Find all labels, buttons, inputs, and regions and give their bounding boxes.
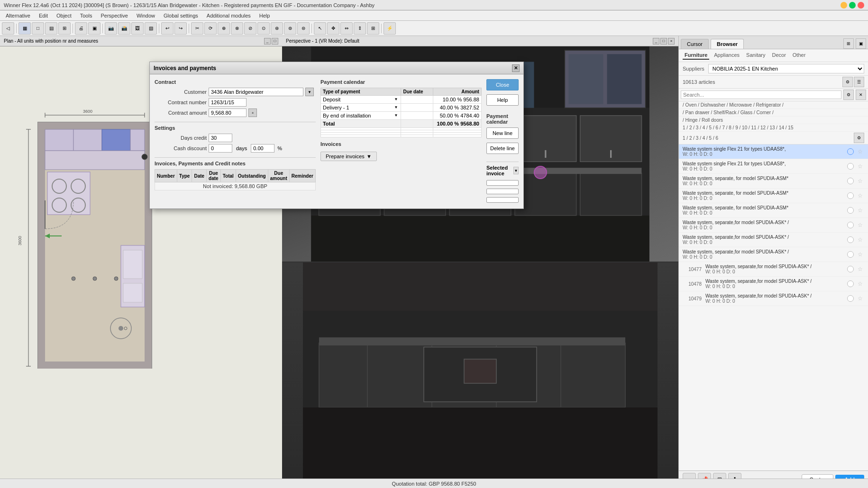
days-credit-label: Days credit: [155, 135, 207, 141]
pay-type-1[interactable]: Delivery - 1 ▼: [320, 104, 401, 112]
payment-cal-right-text: Payment calendar: [486, 113, 508, 125]
pay-type-0[interactable]: Deposit ▼: [320, 96, 401, 104]
contract-amount-plus-btn[interactable]: +: [248, 108, 257, 117]
contract-label: Contract: [155, 79, 316, 85]
sel-invoice-btn2[interactable]: [486, 189, 519, 194]
pay-type-select-1[interactable]: Delivery - 1: [323, 105, 399, 110]
col-outstanding: Outstanding: [236, 170, 268, 182]
not-invoiced-text: Not invoiced: 9,568.80 GBP: [155, 182, 316, 190]
invoice-table: Number Type Date Due date Total Outstand…: [155, 169, 316, 190]
selected-invoice-chevron[interactable]: ▼: [513, 167, 519, 174]
dialog-title-text: Invoices and payments: [154, 65, 216, 72]
delete-line-btn[interactable]: Delete line: [486, 143, 519, 154]
payment-table: Type of payment Due date Amount: [320, 88, 482, 137]
payment-cal-right-label: Payment calendar: [486, 113, 519, 125]
dialog-right-buttons: Close Help Payment calendar New line Del…: [486, 79, 519, 204]
customer-row: Customer ▼: [155, 88, 316, 96]
sel-invoice-btn1[interactable]: [486, 180, 519, 186]
days-credit-row: Days credit: [155, 134, 316, 142]
contract-number-input[interactable]: [209, 98, 247, 107]
pay-col-type: Type of payment: [320, 88, 401, 96]
pay-duedate-1: [401, 104, 433, 112]
cash-discount-input[interactable]: [209, 144, 232, 153]
dialog-close-btn[interactable]: ✕: [512, 64, 520, 72]
pay-pct-total: 100.00: [437, 121, 453, 127]
col-number: Number: [155, 170, 177, 182]
pay-row-0: Deposit ▼ 10.00 % 956.88: [320, 96, 481, 104]
contract-number-label: Contract number: [155, 99, 207, 105]
pay-amount-2: 50.00 % 4784.40: [433, 112, 482, 120]
pay-row-empty-4: [320, 135, 481, 137]
pay-row-2: By end of installation ▼ 50.00 % 4784.40: [320, 112, 481, 120]
pay-pct-1: 40.00: [440, 105, 453, 110]
pay-type-select-2[interactable]: By end of installation: [323, 113, 399, 118]
pay-row-1: Delivery - 1 ▼ 40.00 % 3827.52: [320, 104, 481, 112]
invoices-prepare-section: Invoices Prepare invoices ▼: [320, 141, 482, 161]
days-credit-input[interactable]: [209, 134, 232, 142]
cash-discount-row: Cash discount days %: [155, 144, 316, 153]
invoices-payments-label: Invoices, Payments and Credit notes: [155, 161, 316, 166]
payment-table-container: Type of payment Due date Amount: [320, 88, 482, 137]
contract-amount-row: Contract amount +: [155, 108, 316, 117]
days-label: days: [236, 145, 247, 151]
contract-amount-label: Contract amount: [155, 110, 207, 116]
prepare-chevron: ▼: [366, 154, 372, 159]
pay-amount-0: 10.00 % 956.88: [433, 96, 482, 104]
customer-select-btn[interactable]: ▼: [305, 88, 314, 96]
pay-sym-total: %: [454, 121, 459, 127]
pay-type-select-0[interactable]: Deposit: [323, 97, 399, 102]
customer-label: Customer: [155, 89, 207, 95]
col-total: Total: [220, 170, 236, 182]
col-date: Date: [192, 170, 207, 182]
pct-symbol: %: [277, 145, 282, 151]
dialog-left: Contract Customer ▼ Contract number Cont…: [155, 79, 316, 204]
sel-invoice-btn3[interactable]: [486, 197, 519, 203]
pay-type-2[interactable]: By end of installation ▼: [320, 112, 401, 120]
help-btn[interactable]: Help: [486, 94, 519, 106]
pay-pct-2: 50.00: [440, 113, 453, 118]
contract-number-row: Contract number: [155, 98, 316, 107]
payment-section: Payment calendar Type of payment Due dat…: [320, 79, 482, 204]
pay-col-amount: Amount: [433, 88, 482, 96]
selected-invoice-header: Selected invoice ▼: [486, 165, 519, 176]
contract-amount-input[interactable]: [209, 108, 247, 117]
invoices-dialog: Invoices and payments ✕ Contract Custome…: [149, 62, 524, 209]
pay-amount-total: 100.00 % 9568.80: [433, 120, 482, 128]
dialog-overlay: Invoices and payments ✕ Contract Custome…: [0, 0, 868, 488]
settings-label: Settings: [155, 125, 316, 131]
pay-sym-2: %: [454, 113, 459, 118]
dialog-title-bar: Invoices and payments ✕: [150, 62, 523, 74]
settings-section: Settings Days credit Cash discount days …: [155, 122, 316, 153]
invoices-payments-section: Invoices, Payments and Credit notes Numb…: [155, 157, 316, 190]
prepare-invoices-label: Prepare invoices: [326, 154, 365, 159]
percent-input[interactable]: [251, 144, 274, 153]
pay-pct-0: 10.00: [443, 97, 456, 102]
pay-type-total: Total: [320, 120, 401, 128]
col-type: Type: [177, 170, 192, 182]
pay-duedate-2: [401, 112, 433, 120]
col-reminder: Reminder: [289, 170, 315, 182]
pay-col-due-date: Due date: [401, 88, 433, 96]
contract-section: Contract Customer ▼ Contract number Cont…: [155, 79, 316, 117]
col-due-amount: Due amount: [268, 170, 289, 182]
pay-duedate-total: [401, 120, 433, 128]
not-invoiced-row: Not invoiced: 9,568.80 GBP: [155, 182, 316, 190]
pay-row-total: Total 100.00 % 9568.80: [320, 120, 481, 128]
invoices-header-row: Invoices: [320, 141, 482, 150]
invoices-label: Invoices: [320, 141, 341, 147]
pay-val-total: 9568.80: [460, 121, 479, 127]
col-due-date: Due date: [207, 170, 221, 182]
pay-sym-1: %: [454, 105, 459, 110]
pay-duedate-0: [401, 96, 433, 104]
dialog-body: Contract Customer ▼ Contract number Cont…: [150, 74, 523, 208]
customer-input[interactable]: [209, 88, 303, 96]
close-btn[interactable]: Close: [486, 79, 519, 90]
pay-val-0: 956.88: [463, 97, 479, 102]
selected-invoice-label: Selected invoice: [486, 165, 513, 176]
prepare-invoices-btn[interactable]: Prepare invoices ▼: [320, 152, 377, 161]
pay-sym-0: %: [457, 97, 462, 102]
cash-discount-label: Cash discount: [155, 145, 207, 151]
pay-val-2: 4784.40: [460, 113, 479, 118]
new-line-btn[interactable]: New line: [486, 127, 519, 139]
pay-amount-1: 40.00 % 3827.52: [433, 104, 482, 112]
